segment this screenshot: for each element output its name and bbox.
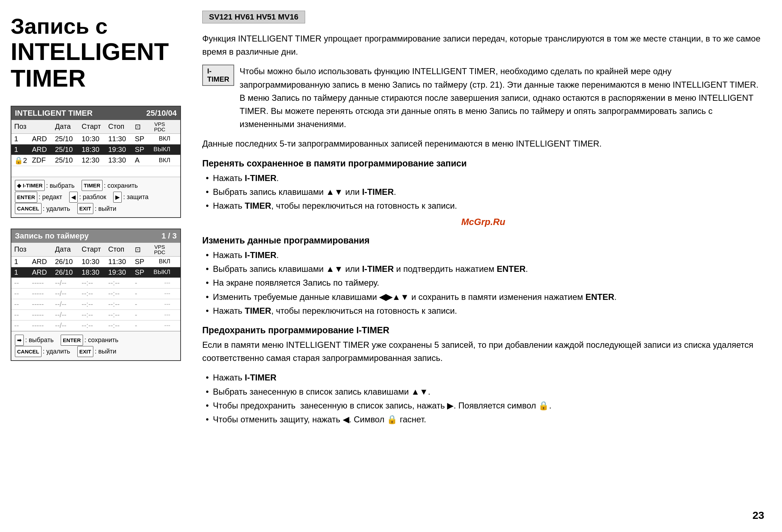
legend-timer-nav: ➡ : выбрать — [15, 334, 54, 346]
col-date-header: Дата — [55, 122, 82, 131]
legend-enter: ENTER : редакт — [15, 191, 62, 203]
section3-intro: Если в памяти меню INTELLIGENT TIMER уже… — [202, 338, 764, 364]
col-mode-header: ⊡ — [135, 122, 149, 131]
s1-b2: Выбрать запись клавишами ▲▼ или I-TIMER. — [206, 185, 764, 198]
section2-title: Изменить данные программирования — [202, 235, 764, 246]
right-panel: SV121 HV61 HV51 MV16 Функция INTELLIGENT… — [192, 0, 782, 532]
timer-row-empty-2: -- ----- --/-- --:-- --:-- - --- — [11, 289, 180, 299]
legend-timer-exit: EXIT : выйти — [77, 346, 116, 357]
s3-b1: Нажать I-TIMER — [206, 371, 764, 384]
s1-b3: Нажать TIMER, чтобы переключиться на гот… — [206, 199, 764, 212]
s2-b4: Изменить требуемые данные клавишами ◀▶▲▼… — [206, 290, 764, 303]
section3-bullets: Нажать I-TIMER Выбрать занесенную в спис… — [202, 371, 764, 426]
s2-b2: Выбрать запись клавишами ▲▼ или I-TIMER … — [206, 262, 764, 275]
itimer-table: INTELLIGENT TIMER 25/10/04 Поз Дата Стар… — [11, 106, 181, 218]
section2-bullets: Нажать I-TIMER. Выбрать запись клавишами… — [202, 248, 764, 317]
title-line2: INTELLIGENT TIMER — [11, 38, 181, 92]
itimer-table-header: INTELLIGENT TIMER 25/10/04 — [11, 106, 180, 120]
mcgrp-watermark: McGrp.Ru — [202, 216, 764, 227]
legend-itimer: ◆ I-TIMER : выбрать — [15, 180, 75, 191]
s3-b4: Чтобы отменить защиту, нажать ◀. Символ … — [206, 413, 764, 426]
model-badge: SV121 HV61 HV51 MV16 — [202, 11, 305, 23]
timer-page: 1 / 3 — [161, 231, 177, 241]
s2-b1: Нажать I-TIMER. — [206, 248, 764, 262]
s2-b5: Нажать TIMER, чтобы переключиться на гот… — [206, 304, 764, 317]
s3-b2: Выбрать занесенную в список запись клави… — [206, 385, 764, 398]
legend-timer-enter: ENTER : сохранить — [61, 334, 119, 346]
col-pos-header: Поз — [14, 122, 32, 131]
intro-p1: Функция INTELLIGENT TIMER упрощает прогр… — [202, 32, 764, 58]
timer-title: Запись по таймеру — [15, 231, 89, 241]
itimer-col-headers: Поз Дата Старт Стоп ⊡ VPSPDC — [11, 120, 180, 134]
itimer-title: INTELLIGENT TIMER — [15, 109, 93, 118]
s2-b3: На экране появляется Запись по таймеру. — [206, 276, 764, 289]
col-stop-header: Стоп — [108, 122, 135, 131]
itimer-legend: ◆ I-TIMER : выбрать TIMER : сохранить EN… — [11, 177, 180, 217]
legend-exit: EXIT : выйти — [77, 203, 116, 214]
timer-table-header: Запись по таймеру 1 / 3 — [11, 229, 180, 243]
itimer-row-2: 1 ARD 25/10 18:30 19:30 SP ВЫКЛ — [11, 144, 180, 155]
itimer-date: 25/10/04 — [146, 109, 177, 118]
page-number: 23 — [753, 509, 764, 521]
timer-row-1: 1 ARD 26/10 10:30 11:30 SP ВКЛ — [11, 257, 180, 267]
itimer-row-1: 1 ARD 25/10 10:30 11:30 SP ВКЛ — [11, 134, 180, 144]
left-panel: Запись с INTELLIGENT TIMER INTELLIGENT T… — [0, 0, 192, 532]
intro-p2: Чтобы можно было использовать функцию IN… — [239, 65, 764, 131]
page-title: Запись с INTELLIGENT TIMER — [11, 14, 181, 92]
timer-row-empty-5: -- ----- --/-- --:-- --:-- - --- — [11, 320, 180, 331]
timer-row-2: 1 ARD 26/10 18:30 19:30 SP ВЫКЛ — [11, 267, 180, 278]
intro-block-p2: I-TIMER Чтобы можно было использовать фу… — [202, 65, 764, 131]
timer-row-empty-1: -- ----- --/-- --:-- --:-- - --- — [11, 278, 180, 289]
timer-legend: ➡ : выбрать ENTER : сохранить CANCEL : у… — [11, 331, 180, 360]
col-start-header: Старт — [82, 122, 108, 131]
section1-bullets: Нажать I-TIMER. Выбрать запись клавишами… — [202, 171, 764, 213]
timer-table: Запись по таймеру 1 / 3 Поз Дата Старт С… — [11, 229, 181, 361]
col-vps-header: VPSPDC — [149, 121, 170, 132]
s1-b1: Нажать I-TIMER. — [206, 171, 764, 185]
legend-left: ◀ : разблок — [69, 191, 106, 203]
s3-b3: Чтобы предохранить занесенную в список з… — [206, 399, 764, 412]
timer-row-empty-3: -- ----- --/-- --:-- --:-- - --- — [11, 299, 180, 310]
intro-p4: Данные последних 5-ти запрограммированны… — [202, 137, 764, 150]
legend-right: ▶ : защита — [113, 191, 148, 203]
timer-row-empty-4: -- ----- --/-- --:-- --:-- - --- — [11, 310, 180, 320]
section1-title: Перенять сохраненное в памяти программир… — [202, 158, 764, 169]
legend-cancel: CANCEL : удалить — [15, 203, 70, 214]
section3-title: Предохранить программирование I-TIMER — [202, 325, 764, 335]
itimer-row-3: 🔒2 ZDF 25/10 12:30 13:30 A ВКЛ — [11, 155, 180, 166]
legend-timer: TIMER : сохранить — [82, 180, 138, 191]
timer-col-headers: Поз Дата Старт Стоп ⊡ VPSPDC — [11, 243, 180, 257]
title-line1: Запись с — [11, 14, 181, 38]
legend-timer-cancel: CANCEL : удалить — [15, 346, 70, 357]
itimer-badge: I-TIMER — [202, 65, 234, 86]
